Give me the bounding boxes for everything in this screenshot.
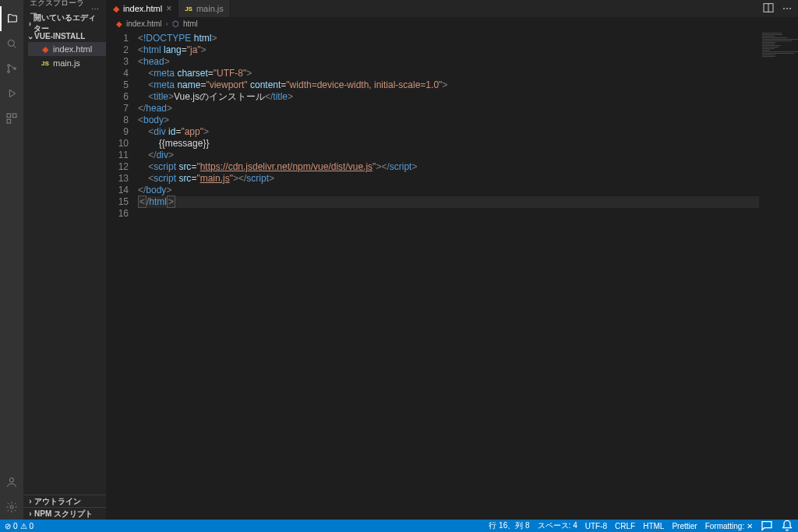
status-problems[interactable]: ⊘0 ⚠0 <box>5 522 34 530</box>
editor-tab[interactable]: JSmain.js <box>178 0 231 17</box>
more-actions-icon[interactable]: ⋯ <box>782 3 792 14</box>
extensions-icon[interactable] <box>0 106 23 131</box>
explorer-sidebar: エクスプローラー ⋯ ›開いているエディター ⌄VUE-INSTALL ◆ind… <box>23 0 107 520</box>
section-npm[interactable]: ›NPM スクリプト <box>23 507 106 520</box>
status-bar: ⊘0 ⚠0 行 16、列 8 スペース: 4 UTF-8 CRLF HTML P… <box>0 520 798 532</box>
svg-rect-5 <box>12 114 16 118</box>
breadcrumb-item[interactable]: index.html <box>126 19 162 28</box>
svg-rect-4 <box>7 114 11 118</box>
file-name: index.html <box>53 44 92 54</box>
section-label: VUE-INSTALL <box>34 32 85 41</box>
svg-point-2 <box>8 71 10 73</box>
status-eol[interactable]: CRLF <box>615 520 635 532</box>
status-language[interactable]: HTML <box>643 520 664 532</box>
more-icon[interactable]: ⋯ <box>91 5 100 13</box>
split-editor-icon[interactable] <box>762 2 775 16</box>
editor-area: ◆index.html×JSmain.js ⋯ ◆ index.html › ⬡… <box>107 0 798 520</box>
section-label: アウトライン <box>34 496 81 507</box>
html-file-icon: ◆ <box>113 4 119 14</box>
breadcrumbs[interactable]: ◆ index.html › ⬡ html <box>107 17 798 30</box>
bell-icon[interactable] <box>781 520 793 532</box>
file-name: main.js <box>53 58 80 68</box>
chevron-right-icon: › <box>166 19 168 28</box>
js-file-icon: JS <box>41 58 50 68</box>
file-row[interactable]: ◆index.html <box>28 42 106 56</box>
svg-point-8 <box>10 506 13 509</box>
status-spaces[interactable]: スペース: 4 <box>538 520 577 532</box>
status-prettier[interactable]: Prettier <box>672 520 697 532</box>
breadcrumb-item[interactable]: html <box>183 19 198 28</box>
error-icon: ⊘ <box>5 522 11 530</box>
svg-rect-6 <box>7 119 11 123</box>
status-cursor[interactable]: 行 16、列 8 <box>489 520 529 532</box>
editor-tab[interactable]: ◆index.html× <box>107 0 178 17</box>
search-icon[interactable] <box>0 31 23 56</box>
section-open-editors[interactable]: ›開いているエディター <box>23 17 106 30</box>
svg-point-1 <box>8 65 10 67</box>
svg-point-3 <box>14 68 16 70</box>
code-editor[interactable]: 12345678910111213141516 <!DOCTYPE html><… <box>107 30 798 520</box>
section-label: NPM スクリプト <box>34 509 93 520</box>
feedback-icon[interactable] <box>761 520 773 532</box>
tab-label: main.js <box>196 4 224 13</box>
tab-label: index.html <box>123 4 162 13</box>
section-outline[interactable]: ›アウトライン <box>23 495 106 507</box>
activity-bar <box>0 0 23 520</box>
section-project[interactable]: ⌄VUE-INSTALL <box>23 30 106 42</box>
explorer-icon[interactable] <box>0 6 23 31</box>
tab-bar: ◆index.html×JSmain.js ⋯ <box>107 0 798 17</box>
html-file-icon: ◆ <box>116 19 122 28</box>
close-icon[interactable]: × <box>166 3 171 14</box>
minimap[interactable] <box>759 30 798 520</box>
html-file-icon: ◆ <box>41 44 50 54</box>
file-row[interactable]: JSmain.js <box>28 56 106 70</box>
account-icon[interactable] <box>0 470 23 495</box>
js-file-icon: JS <box>185 5 192 12</box>
symbol-icon: ⬡ <box>172 19 179 28</box>
debug-icon[interactable] <box>0 81 23 106</box>
status-encoding[interactable]: UTF-8 <box>585 520 607 532</box>
svg-point-7 <box>9 478 13 482</box>
warning-icon: ⚠ <box>20 522 27 530</box>
svg-point-0 <box>8 40 14 46</box>
settings-icon[interactable] <box>0 495 23 520</box>
status-formatting[interactable]: Formatting: ✕ <box>705 520 753 532</box>
source-control-icon[interactable] <box>0 56 23 81</box>
